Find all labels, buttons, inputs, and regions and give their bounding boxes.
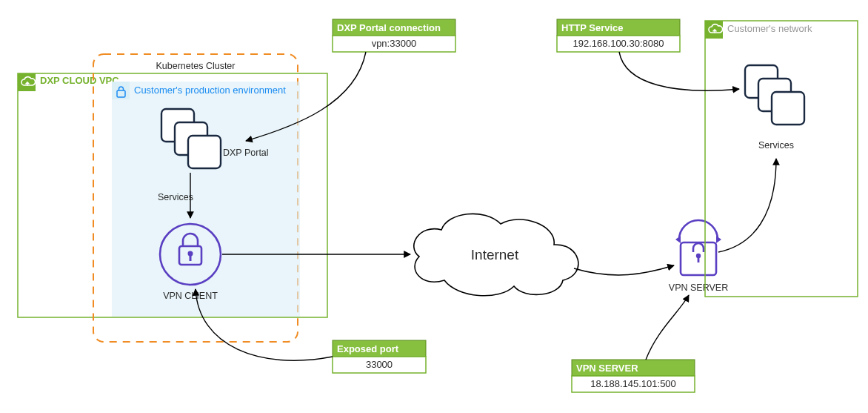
dxp-cloud-vpc-title: DXP CLOUD VPC bbox=[40, 75, 119, 86]
svg-rect-15 bbox=[698, 257, 700, 262]
vpn-server-label: VPN SERVER bbox=[669, 283, 728, 293]
callout-vpn-server-value: 18.188.145.101:500 bbox=[590, 378, 676, 389]
arrow-internet-to-vpnserver bbox=[574, 265, 674, 275]
callout-exposed-port-value: 33000 bbox=[366, 359, 393, 370]
vpn-server-icon: VPN SERVER bbox=[669, 220, 728, 293]
callout-exposed-port: Exposed port 33000 bbox=[333, 340, 426, 373]
services-label-right: Services bbox=[758, 140, 794, 151]
callout-exposed-port-title: Exposed port bbox=[337, 343, 399, 354]
arrow-callout-vpn-server bbox=[646, 295, 689, 360]
callout-dxp-portal-value: vpn:33000 bbox=[372, 38, 417, 49]
callout-dxp-portal-title: DXP Portal connection bbox=[337, 22, 441, 33]
vpn-client-label: VPN CLIENT bbox=[163, 291, 218, 301]
internet-label: Internet bbox=[471, 247, 519, 262]
callout-vpn-server-title: VPN SERVER bbox=[576, 363, 638, 374]
callout-vpn-server: VPN SERVER 18.188.145.101:500 bbox=[572, 360, 695, 392]
kubernetes-cluster-label: Kubernetes Cluster bbox=[156, 61, 235, 71]
services-label-left: Services bbox=[158, 192, 193, 202]
callout-dxp-portal-connection: DXP Portal connection vpn:33000 bbox=[333, 19, 455, 52]
dxp-portal-label: DXP Portal bbox=[223, 148, 269, 158]
callout-http-service: HTTP Service 192.168.100.30:8080 bbox=[557, 19, 680, 52]
services-stack-icon: Services bbox=[745, 65, 804, 151]
internet-cloud-icon: Internet bbox=[414, 214, 578, 295]
customer-network-title: Customer's network bbox=[727, 23, 812, 34]
svg-rect-20 bbox=[772, 92, 804, 125]
customer-production-env-title: Customer's production environment bbox=[134, 85, 286, 96]
arrow-callout-http-service bbox=[619, 52, 739, 90]
svg-rect-12 bbox=[190, 255, 192, 261]
customer-network-box: Customer's network bbox=[705, 21, 858, 297]
callout-http-service-value: 192.168.100.30:8080 bbox=[573, 38, 664, 49]
callout-http-service-title: HTTP Service bbox=[561, 22, 624, 33]
svg-rect-8 bbox=[188, 136, 221, 168]
arrow-vpnserver-to-services bbox=[718, 159, 776, 252]
svg-rect-16 bbox=[705, 21, 858, 297]
